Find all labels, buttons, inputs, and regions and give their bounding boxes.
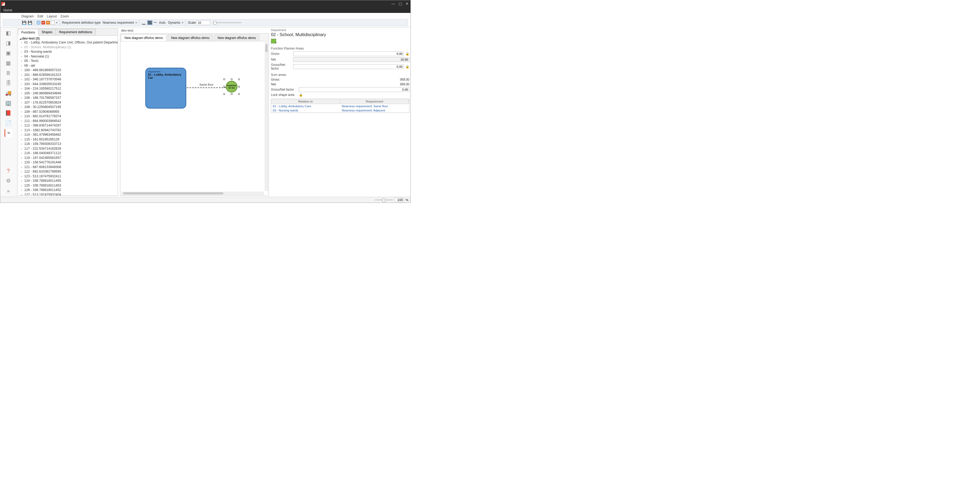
lock-shape-icon[interactable]: 🔒 <box>299 93 303 97</box>
tree-item[interactable]: 120 - 158.542776191448 <box>19 160 116 165</box>
rail-cubes-icon[interactable]: ◨ <box>5 39 13 47</box>
tree-item[interactable]: 119 - 197.042495581557 <box>19 156 116 160</box>
close-button[interactable]: ✕ <box>405 2 409 6</box>
menu-diagram[interactable]: Diagram <box>21 14 34 18</box>
tree-item[interactable]: 125 - 338.788818011453 <box>19 183 116 188</box>
tree-item[interactable]: 100 - 489.881869057315 <box>19 68 116 73</box>
canvas-hscroll[interactable] <box>121 192 264 195</box>
rail-db-icon[interactable]: 🗄 <box>5 79 13 87</box>
tree-item[interactable]: 112 - 398.836714474287 <box>19 123 116 128</box>
zoom-input[interactable] <box>395 198 404 202</box>
gross-input[interactable] <box>293 51 404 56</box>
scale-slider[interactable] <box>213 22 242 23</box>
connector-dashed-icon[interactable] <box>147 20 153 25</box>
shape-rect-icon[interactable] <box>37 21 40 24</box>
col-requirement[interactable]: Requirement <box>340 99 409 104</box>
canvas-tab[interactable]: New diagram dRofus demo <box>121 35 166 41</box>
shape-dropdown-icon[interactable]: ▾ <box>56 21 57 24</box>
canvas-tab[interactable]: New diagram dRofus demo <box>167 35 213 41</box>
tree-item[interactable]: 115 - 161.65185285128 <box>19 137 116 142</box>
rail-building-icon[interactable]: 🏢 <box>5 99 13 107</box>
shape-room-icon[interactable]: R <box>46 21 50 24</box>
relation-row[interactable]: 03 - Nursing wardsNearness requirement: … <box>271 108 409 112</box>
tree-item[interactable]: 01 - Lobby, Ambulatory Care Unit, Office… <box>19 40 116 45</box>
gnf-lock-icon[interactable]: 🔒 <box>406 65 409 68</box>
tree-item[interactable]: 105 - 248.960689434949 <box>19 91 116 96</box>
settings-icon[interactable]: ⚙ <box>5 177 13 185</box>
toolbar-auto[interactable]: Auto <box>159 21 165 24</box>
canvas-vscroll[interactable] <box>265 43 268 191</box>
diagram-canvas[interactable]: Department 01 - Lobby, Ambulatory Car Sa… <box>120 41 269 195</box>
menu-layout[interactable]: Layout <box>47 14 57 18</box>
tree-item[interactable]: 06 - akl <box>19 63 116 68</box>
toolbar-dynamic[interactable]: Dynamic <box>168 21 181 24</box>
tab-functions[interactable]: Functions <box>18 29 38 36</box>
tree-item[interactable]: 126 - 338.788818011452 <box>19 188 116 193</box>
tree-item[interactable]: 107 - 176.822570653824 <box>19 100 116 105</box>
tree-item[interactable]: 03 - Nursing wards <box>19 49 116 54</box>
tree-item[interactable]: 124 - 338.788818011455 <box>19 179 116 183</box>
canvas-tab[interactable]: New diagram dRofus demo <box>214 35 259 41</box>
relation-req[interactable]: Nearness requirement: Same floor <box>340 104 409 108</box>
tree-item[interactable]: 122 - 692.620382768595 <box>19 170 116 174</box>
tree-item[interactable]: 117 - 222.534714162628 <box>19 146 116 151</box>
tree-item[interactable]: 123 - 513.197475932411 <box>19 174 116 179</box>
help-icon[interactable]: ? <box>5 167 13 175</box>
tree-item[interactable]: 111 - 684.990003984542 <box>19 119 116 124</box>
tree-item[interactable]: 02 - School, Multidisciplinary (1) <box>19 45 116 50</box>
rail-truck-icon[interactable]: 🚚 <box>5 89 13 97</box>
rail-boxes-icon[interactable]: ▦ <box>5 59 13 67</box>
req-def-type-value[interactable]: Nearness requirement <box>103 21 134 24</box>
tab-shapes[interactable]: Shapes <box>38 29 56 35</box>
tree-root[interactable]: dev-test (3) <box>19 36 116 40</box>
tree-item[interactable]: 118 - 186.040048371122 <box>19 151 116 156</box>
connector-straight-icon[interactable] <box>142 20 146 25</box>
tree-item[interactable]: 103 - 844.339835533245 <box>19 82 116 87</box>
menu-edit[interactable]: Edit <box>37 14 43 18</box>
relation-row[interactable]: 01 - Lobby, Ambulatory CareNearness requ… <box>271 104 409 108</box>
tree-item[interactable]: 121 - 687.606133849306 <box>19 165 116 170</box>
node-department-01[interactable]: Department 01 - Lobby, Ambulatory Car <box>145 68 186 109</box>
tree-item[interactable]: 127 - 513.197475932404 <box>19 193 116 196</box>
tab-req-defs[interactable]: Requirement definitions <box>56 29 96 35</box>
edge-same-floor[interactable] <box>187 87 226 88</box>
color-swatch[interactable] <box>271 39 276 43</box>
tree-item[interactable]: 04 - Neonatal (1) <box>19 54 116 59</box>
rail-book-icon[interactable]: 📕 <box>5 109 13 117</box>
gross-lock-icon[interactable]: 🔓 <box>406 52 409 55</box>
save-all-icon[interactable] <box>27 20 32 25</box>
maximize-button[interactable]: ▢ <box>398 2 402 6</box>
relation-to[interactable]: 03 - Nursing wards <box>271 108 340 112</box>
tree-item[interactable]: 05 - Test1 <box>19 59 116 63</box>
zoom-slider[interactable] <box>375 200 393 201</box>
col-relation-to[interactable]: Relation to <box>271 99 340 104</box>
gnf-input[interactable] <box>293 64 404 69</box>
tree-item[interactable]: 113 - 1682.60942743782 <box>19 128 116 133</box>
rail-diagram-icon[interactable]: ⚭ <box>5 129 13 137</box>
relation-to[interactable]: 01 - Lobby, Ambulatory Care <box>271 104 340 108</box>
tree-item[interactable]: 106 - 186.701786587157 <box>19 96 116 100</box>
save-icon[interactable] <box>22 20 26 25</box>
menubar-home[interactable]: Home <box>0 8 410 13</box>
function-tree[interactable]: dev-test (3) 01 - Lobby, Ambulatory Care… <box>18 36 118 195</box>
tree-item[interactable]: 116 - 159.789308333713 <box>19 142 116 146</box>
rail-box-icon[interactable]: ▣ <box>5 49 13 57</box>
menu-zoom[interactable]: Zoom <box>60 14 69 18</box>
expand-rail-icon[interactable]: » <box>5 187 13 195</box>
tree-item[interactable]: 101 - 868.628599181323 <box>19 73 116 78</box>
dynamic-dropdown-icon[interactable]: ▾ <box>182 21 183 24</box>
tree-item[interactable]: 110 - 862.014791778374 <box>19 114 116 119</box>
connector-curve-icon[interactable]: 〜 <box>154 20 157 25</box>
tree-item[interactable]: 102 - 340.187737670548 <box>19 77 116 82</box>
req-def-dropdown-icon[interactable]: ▾ <box>135 21 137 24</box>
rail-page-icon[interactable]: 📄 <box>5 119 13 127</box>
selection-handles[interactable] <box>224 79 239 94</box>
minimize-button[interactable]: — <box>391 2 396 6</box>
shape-group-icon[interactable] <box>51 21 55 24</box>
tree-item[interactable]: 114 - 361.479963456462 <box>19 133 116 137</box>
sum-gnf-input[interactable] <box>299 87 409 92</box>
rail-doc-icon[interactable]: 🗎 <box>5 69 13 77</box>
relation-req[interactable]: Nearness requirement: Adjacent <box>340 108 409 112</box>
shape-function-icon[interactable]: F <box>41 21 45 24</box>
scale-input[interactable] <box>197 20 210 25</box>
